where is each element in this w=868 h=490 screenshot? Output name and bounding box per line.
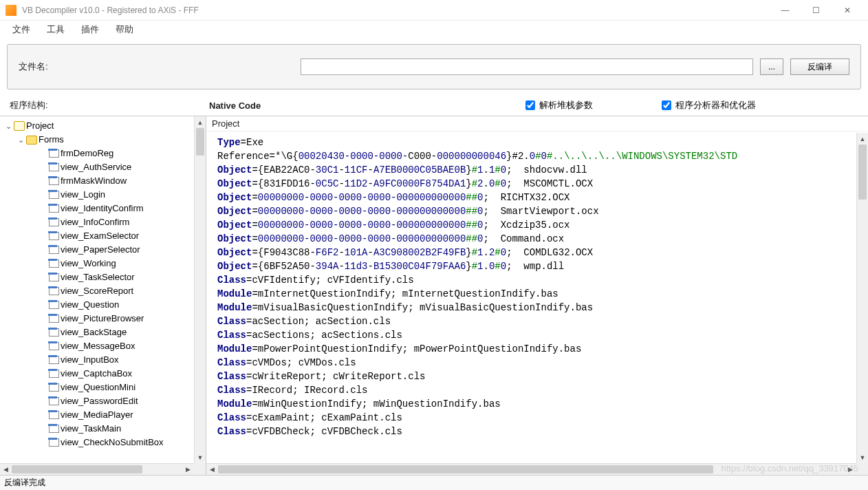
scroll-up-icon[interactable]: ▲ — [195, 116, 206, 128]
tree-item-view_Working[interactable]: view_Working — [1, 257, 204, 270]
menu-file[interactable]: 文件 — [6, 21, 37, 39]
form-icon — [48, 383, 59, 392]
tree-item-view_TaskMain[interactable]: view_TaskMain — [1, 422, 204, 436]
maximize-button[interactable]: ☐ — [801, 1, 832, 20]
tree-item-view_Login[interactable]: view_Login — [1, 188, 204, 202]
titlebar: VB Decompiler v10.0 - Registered to AXiS… — [0, 0, 868, 21]
menu-plugins[interactable]: 插件 — [74, 21, 106, 39]
tree-item-label: view_TaskMain — [61, 422, 121, 436]
tree-toggle-icon[interactable]: ⌄ — [4, 119, 12, 133]
menu-tools[interactable]: 工具 — [40, 21, 72, 39]
tree-root-project[interactable]: ⌄Project — [1, 119, 204, 133]
form-icon — [48, 438, 59, 447]
form-icon — [48, 328, 59, 337]
native-code-label: Native Code — [209, 100, 525, 111]
scroll-up-icon[interactable]: ▲ — [857, 133, 868, 145]
close-button[interactable]: ✕ — [832, 1, 862, 20]
parse-stack-checkbox[interactable]: 解析堆栈参数 — [525, 99, 593, 111]
tree-item-label: frmDemoReg — [61, 147, 113, 160]
tree-item-label: view_InfoConfirm — [61, 215, 129, 229]
tree-item-label: view_ScoreReport — [61, 284, 133, 298]
tree-toggle-icon[interactable]: ⌄ — [17, 133, 25, 147]
tree-item-view_InputBox[interactable]: view_InputBox — [1, 353, 204, 367]
code-vscroll-thumb[interactable] — [858, 145, 867, 200]
tree-hscroll-thumb[interactable] — [12, 465, 142, 473]
decompile-button[interactable]: 反编译 — [790, 58, 849, 75]
tree-item-label: view_CaptchaBox — [61, 367, 132, 381]
tree-item-label: view_QuestionMini — [61, 381, 135, 394]
tree-item-frmMaskWindow[interactable]: frmMaskWindow — [1, 174, 204, 188]
parse-stack-label: 解析堆栈参数 — [539, 99, 593, 111]
form-icon — [48, 204, 59, 213]
form-icon — [48, 424, 59, 434]
tree-item-label: view_BackStage — [61, 326, 127, 339]
tree-item-view_MediaPlayer[interactable]: view_MediaPlayer — [1, 408, 204, 422]
scroll-down-icon[interactable]: ▼ — [857, 451, 868, 463]
form-icon — [48, 176, 59, 186]
tree-item-label: view_InputBox — [61, 353, 119, 367]
scroll-left-icon[interactable]: ◀ — [0, 464, 12, 475]
tree-item-label: view_PaperSelector — [61, 243, 140, 257]
tree-vscrollbar[interactable]: ▲ ▼ — [194, 116, 206, 463]
structure-label: 程序结构: — [10, 99, 209, 111]
tree-item-label: view_Login — [61, 188, 105, 202]
filename-input[interactable] — [301, 58, 753, 75]
tree-item-label: view_MediaPlayer — [61, 408, 133, 422]
form-icon — [48, 259, 59, 268]
project-icon — [14, 121, 25, 131]
scroll-right-icon[interactable]: ▶ — [845, 464, 856, 475]
tree-item-view_Question[interactable]: view_Question — [1, 298, 204, 312]
menu-help[interactable]: 帮助 — [109, 21, 140, 39]
menubar: 文件 工具 插件 帮助 — [0, 21, 868, 39]
analyzer-checkbox[interactable]: 程序分析器和优化器 — [662, 99, 756, 111]
code-hscrollbar[interactable]: ◀ ▶ — [206, 463, 856, 475]
tree-item-view_BackStage[interactable]: view_BackStage — [1, 326, 204, 339]
tree-item-view_CheckNoSubmitBox[interactable]: view_CheckNoSubmitBox — [1, 436, 204, 449]
form-icon — [48, 396, 59, 406]
tree-item-view_AuthService[interactable]: view_AuthService — [1, 160, 204, 174]
form-icon — [48, 286, 59, 296]
tree-item-view_PasswordEdit[interactable]: view_PasswordEdit — [1, 394, 204, 408]
analyzer-input[interactable] — [662, 100, 671, 110]
code-hscroll-thumb[interactable] — [218, 465, 713, 473]
form-icon — [48, 231, 59, 241]
form-icon — [48, 162, 59, 172]
minimize-button[interactable]: — — [770, 1, 801, 20]
scroll-right-icon[interactable]: ▶ — [182, 464, 194, 475]
browse-button[interactable]: ... — [760, 58, 783, 75]
tree-item-frmDemoReg[interactable]: frmDemoReg — [1, 147, 204, 160]
tree-item-view_ExamSelector[interactable]: view_ExamSelector — [1, 229, 204, 243]
tree-item-label: view_PasswordEdit — [61, 394, 138, 408]
code-vscrollbar[interactable]: ▲ ▼ — [856, 133, 868, 463]
tree-item-view_IdentityConfirm[interactable]: view_IdentityConfirm — [1, 202, 204, 215]
parse-stack-input[interactable] — [525, 100, 535, 110]
statusbar: 反编译完成 — [0, 475, 868, 490]
tree-item-view_PictureBrowser[interactable]: view_PictureBrowser — [1, 312, 204, 326]
form-icon — [48, 369, 59, 379]
code-view[interactable]: Type=Exe Reference=*\G{00020430-0000-000… — [206, 131, 868, 475]
code-panel: Project Type=Exe Reference=*\G{00020430-… — [206, 116, 868, 475]
tree-item-view_CaptchaBox[interactable]: view_CaptchaBox — [1, 367, 204, 381]
tree-item-label: view_IdentityConfirm — [61, 202, 144, 215]
tree-item-view_PaperSelector[interactable]: view_PaperSelector — [1, 243, 204, 257]
scroll-down-icon[interactable]: ▼ — [195, 451, 206, 463]
tree-item-view_InfoConfirm[interactable]: view_InfoConfirm — [1, 215, 204, 229]
filename-label: 文件名: — [19, 61, 53, 73]
tree-item-view_TaskSelector[interactable]: view_TaskSelector — [1, 270, 204, 284]
tree-vscroll-thumb[interactable] — [196, 128, 204, 156]
tree-item-view_ScoreReport[interactable]: view_ScoreReport — [1, 284, 204, 298]
tree-item-label: view_Question — [61, 298, 119, 312]
tree-folder-forms[interactable]: ⌄Forms — [1, 133, 204, 147]
folder-icon — [26, 135, 37, 145]
tree-hscrollbar[interactable]: ◀ ▶ — [0, 463, 194, 475]
form-icon — [48, 410, 59, 420]
form-icon — [48, 300, 59, 310]
scroll-left-icon[interactable]: ◀ — [206, 464, 218, 475]
form-icon — [48, 273, 59, 282]
project-tree[interactable]: ⌄Project⌄FormsfrmDemoRegview_AuthService… — [0, 116, 206, 475]
tree-item-view_QuestionMini[interactable]: view_QuestionMini — [1, 381, 204, 394]
form-icon — [48, 149, 59, 158]
tree-item-view_MessageBox[interactable]: view_MessageBox — [1, 339, 204, 353]
app-icon — [6, 5, 17, 16]
code-scroll-corner — [856, 463, 868, 475]
